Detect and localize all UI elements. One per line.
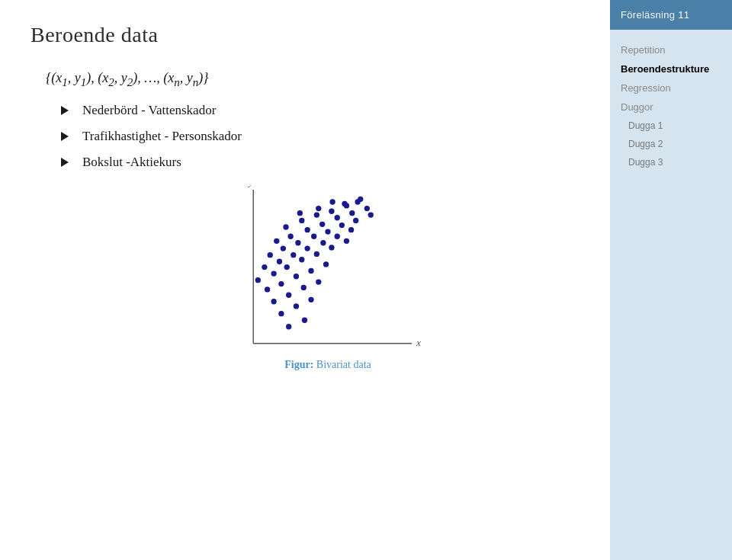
sidebar-item-label: Beroendestrukture [621,63,709,75]
svg-point-22 [268,252,273,258]
svg-point-14 [355,199,360,204]
svg-point-38 [271,270,276,276]
bullet-list: Nederbörd - Vattenskador Trafikhastighet… [61,103,580,170]
sidebar-item-label: Regression [621,82,671,94]
sidebar-item-label: Dugga 2 [628,139,663,149]
scatter-plot: x y [221,185,435,353]
list-item-text: Trafikhastighet - Personskador [82,129,242,144]
svg-point-6 [329,199,335,204]
svg-point-56 [286,324,291,329]
svg-point-40 [299,257,304,262]
figure-container: x y [76,185,580,371]
svg-point-35 [335,233,340,238]
svg-point-55 [308,296,313,302]
svg-point-57 [302,317,307,322]
svg-point-20 [349,210,355,216]
bullet-arrow-icon [61,106,69,115]
page-title: Beroende data [30,23,580,47]
svg-text:y: y [247,185,253,187]
sidebar-item-regression[interactable]: Regression [621,80,721,96]
figure-caption-prefix: Figur: [284,359,313,370]
svg-point-51 [301,284,307,290]
svg-point-12 [329,208,334,213]
svg-point-53 [278,311,284,316]
svg-point-37 [255,277,261,283]
sidebar-item-repetition[interactable]: Repetition [621,42,721,58]
svg-point-4 [297,210,303,216]
list-item-text: Bokslut -Aktiekurs [82,155,181,170]
sidebar-item-label: Duggor [621,101,653,113]
sidebar-item-duggor: Duggor [621,99,721,115]
svg-point-16 [287,233,293,238]
sidebar-item-label: Dugga 3 [628,157,663,168]
svg-point-26 [325,229,330,234]
sidebar-item-beroendestrukture[interactable]: Beroendestrukture [621,61,721,77]
svg-point-11 [314,212,319,217]
sidebar-item-dugga1[interactable]: Dugga 1 [628,118,721,133]
sidebar-nav: Repetition Beroendestrukture Regression … [610,30,732,182]
svg-point-47 [308,267,313,273]
sidebar-item-dugga2[interactable]: Dugga 2 [628,136,721,152]
svg-point-15 [274,238,279,243]
svg-point-43 [344,238,349,243]
svg-point-52 [316,279,321,284]
bullet-arrow-icon [61,132,69,141]
main-content: Beroende data {(x1, y1), (x2, y2), …, (x… [0,0,610,560]
svg-point-34 [320,240,326,245]
list-item: Nederbörd - Vattenskador [61,103,580,118]
svg-point-45 [278,280,284,286]
svg-point-5 [316,205,321,210]
bullet-arrow-icon [61,158,69,167]
svg-point-36 [348,227,354,232]
svg-point-13 [342,200,347,206]
sidebar-item-dugga3[interactable]: Dugga 3 [628,155,721,170]
figure-caption: Figur: Bivariat data [284,359,371,371]
svg-point-10 [299,217,304,222]
svg-point-9 [283,224,288,229]
svg-point-48 [323,261,329,267]
sidebar: Föreläsning 11 Repetition Beroendestrukt… [610,0,732,560]
svg-point-25 [311,233,316,238]
svg-point-29 [368,212,374,217]
svg-point-17 [304,227,310,232]
list-item: Trafikhastighet - Personskador [61,129,580,144]
list-item: Bokslut -Aktiekurs [61,155,580,170]
svg-point-19 [335,215,340,220]
svg-point-21 [364,205,370,210]
svg-point-46 [294,274,299,279]
svg-text:x: x [416,337,421,348]
svg-point-42 [329,245,334,250]
svg-point-30 [262,264,267,269]
svg-point-18 [319,221,325,226]
svg-point-54 [294,303,299,309]
svg-point-41 [314,251,319,256]
svg-point-27 [339,222,345,227]
sidebar-item-label: Repetition [621,44,666,56]
svg-point-50 [286,292,291,297]
svg-point-24 [295,240,300,245]
svg-point-44 [265,286,270,292]
svg-point-32 [291,252,296,258]
formula-line: {(x1, y1), (x2, y2), …, (xn, yn)} [46,70,580,89]
svg-point-39 [284,264,290,269]
svg-point-49 [271,299,276,304]
svg-point-31 [277,258,282,264]
sidebar-header: Föreläsning 11 [610,0,732,30]
svg-point-23 [281,245,286,251]
svg-point-33 [304,245,310,251]
svg-point-28 [353,217,358,222]
sidebar-item-label: Dugga 1 [628,120,663,131]
list-item-text: Nederbörd - Vattenskador [82,103,216,118]
